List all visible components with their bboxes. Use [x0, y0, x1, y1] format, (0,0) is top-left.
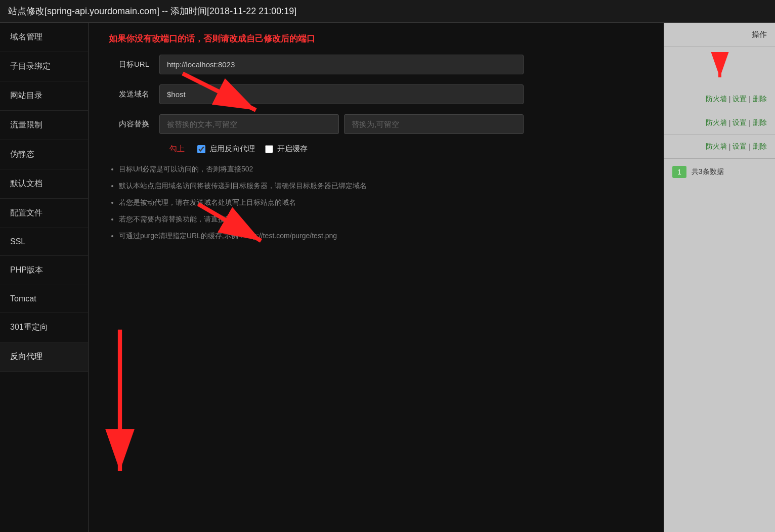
target-url-row: 目标URL	[109, 55, 524, 74]
firewall-link-3[interactable]: 防火墙	[706, 142, 727, 151]
settings-link-2[interactable]: 设置	[733, 118, 747, 127]
firewall-link-2[interactable]: 防火墙	[706, 118, 727, 127]
sidebar: 域名管理 子目录绑定 网站目录 流量限制 伪静态 默认文档 配置文件 SSL P…	[0, 23, 89, 532]
sidebar-item-ssl[interactable]: SSL	[0, 228, 88, 256]
sidebar-item-subdir[interactable]: 子目录绑定	[0, 52, 88, 81]
content-replace-row: 内容替换	[109, 114, 524, 134]
sidebar-item-default-doc[interactable]: 默认文档	[0, 169, 88, 199]
warning-text: 如果你没有改端口的话，否则请改成自己修改后的端口	[109, 33, 524, 45]
sidebar-item-php[interactable]: PHP版本	[0, 256, 88, 285]
note-item: 若您不需要内容替换功能，请直接留空	[119, 214, 524, 225]
note-item: 目标Url必需是可以访问的，否则将直接502	[119, 164, 524, 174]
right-panel-row-2: 防火墙 | 设置 | 删除	[664, 111, 775, 135]
right-panel-arrow	[664, 47, 775, 87]
firewall-link-1[interactable]: 防火墙	[706, 95, 727, 104]
page-number[interactable]: 1	[672, 166, 686, 178]
sidebar-item-rewrite[interactable]: 伪静态	[0, 140, 88, 169]
send-domain-input[interactable]	[159, 84, 524, 104]
sidebar-item-redirect[interactable]: 301重定向	[0, 313, 88, 342]
delete-link-2[interactable]: 删除	[753, 118, 767, 127]
proxy-checkbox-label[interactable]: 启用反向代理	[197, 144, 255, 154]
delete-link-3[interactable]: 删除	[753, 142, 767, 151]
pagination-row: 1 共3条数据	[664, 159, 775, 185]
cache-label: 开启缓存	[277, 144, 308, 154]
cache-checkbox[interactable]	[265, 145, 273, 153]
checkbox-row: 勾上 启用反向代理 开启缓存	[109, 144, 524, 154]
content-replace-label: 内容替换	[109, 119, 159, 129]
sidebar-item-proxy[interactable]: 反向代理	[0, 342, 88, 372]
form-section: 如果你没有改端口的话，否则请改成自己修改后的端口 目标URL 发送域名 内容替换	[89, 23, 544, 257]
note-item: 默认本站点启用域名访问将被传递到目标服务器，请确保目标服务器已绑定域名	[119, 181, 524, 191]
content-replace-from-input[interactable]	[159, 114, 339, 134]
sidebar-item-webdir[interactable]: 网站目录	[0, 81, 88, 111]
notes-list: 目标Url必需是可以访问的，否则将直接502 默认本站点启用域名访问将被传递到目…	[109, 164, 524, 241]
note-item: 可通过purge清理指定URL的缓存,示例：http://test.com/pu…	[119, 231, 524, 241]
settings-link-1[interactable]: 设置	[733, 95, 747, 104]
sidebar-item-domain[interactable]: 域名管理	[0, 23, 88, 52]
page-title: 站点修改[spring-api.yourdomain.com] -- 添加时间[…	[0, 0, 775, 23]
right-panel-row-1: 防火墙 | 设置 | 删除	[664, 87, 775, 111]
content-replace-to-input[interactable]	[344, 114, 524, 134]
right-panel-header: 操作	[664, 23, 775, 47]
send-domain-row: 发送域名	[109, 84, 524, 104]
settings-link-3[interactable]: 设置	[733, 142, 747, 151]
page-total: 共3条数据	[692, 167, 724, 176]
send-domain-label: 发送域名	[109, 90, 159, 99]
delete-link-1[interactable]: 删除	[753, 95, 767, 104]
right-panel: 操作 防火墙 | 设置 | 删除 防火墙 | 设置 | 删除	[664, 23, 775, 532]
cache-checkbox-label[interactable]: 开启缓存	[265, 144, 308, 154]
proxy-checkbox[interactable]	[197, 145, 205, 153]
sidebar-item-tomcat[interactable]: Tomcat	[0, 285, 88, 313]
check-label: 勾上	[169, 144, 185, 154]
target-url-input[interactable]	[159, 55, 524, 74]
proxy-label: 启用反向代理	[209, 144, 255, 154]
note-item: 若您是被动代理，请在发送域名处填写上目标站点的域名	[119, 197, 524, 208]
content-area: 如果你没有改端口的话，否则请改成自己修改后的端口 目标URL 发送域名 内容替换	[89, 23, 664, 532]
right-panel-row-3: 防火墙 | 设置 | 删除	[664, 135, 775, 159]
target-url-label: 目标URL	[109, 60, 159, 69]
sidebar-item-traffic[interactable]: 流量限制	[0, 111, 88, 140]
sidebar-item-config[interactable]: 配置文件	[0, 199, 88, 228]
